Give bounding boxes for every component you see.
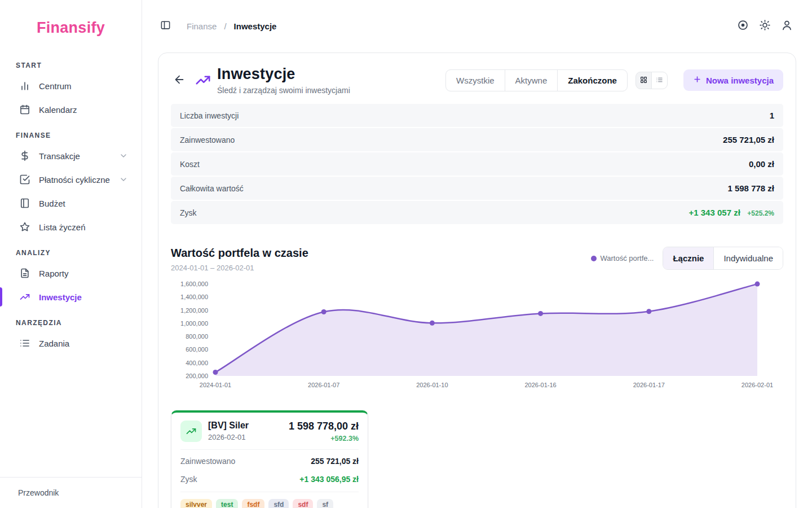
- mode-lacznie[interactable]: Łącznie: [663, 247, 713, 269]
- stat-row-zysk: Zysk +1 343 057 zł +525.2%: [171, 201, 783, 224]
- stat-label: Zysk: [180, 208, 197, 217]
- grid-view-button[interactable]: [636, 72, 652, 89]
- list-view-button[interactable]: [651, 72, 668, 89]
- chevron-down-icon: [119, 175, 128, 184]
- sidebar: Finansify START Centrum Kalendarz FINANS…: [0, 0, 142, 508]
- main-area: Finanse / Inwestycje: [142, 0, 812, 508]
- target-icon: [737, 19, 749, 33]
- account-button[interactable]: [779, 17, 795, 35]
- status-filter: Wszystkie Aktywne Zakończone: [445, 69, 628, 91]
- section-title-finanse: FINANSE: [0, 121, 142, 144]
- filter-aktywne[interactable]: Aktywne: [505, 69, 558, 91]
- svg-text:800,000: 800,000: [186, 333, 208, 340]
- breadcrumb: Finanse / Inwestycje: [187, 21, 276, 31]
- section-title-start: START: [0, 51, 142, 74]
- chevron-down-icon: [119, 151, 128, 160]
- investment-row-zysk: Zysk +1 343 056,95 zł: [180, 470, 359, 488]
- summary-stats: Liczba inwestycji 1 Zainwestowano 255 72…: [171, 104, 783, 224]
- sidebar-item-inwestycje[interactable]: Inwestycje: [0, 285, 142, 309]
- chart-mode-toggle: Łącznie Indywidualne: [663, 247, 783, 270]
- investment-change-percent: +592.3%: [289, 435, 359, 443]
- svg-text:2026-01-17: 2026-01-17: [633, 382, 665, 388]
- list-icon: [656, 76, 663, 85]
- app-logo: Finansify: [0, 0, 142, 51]
- svg-text:200,000: 200,000: [186, 373, 208, 379]
- breadcrumb-parent[interactable]: Finanse: [187, 21, 217, 31]
- svg-text:1,400,000: 1,400,000: [180, 294, 208, 300]
- sidebar-item-platnosci-cykliczne[interactable]: Płatności cykliczne: [0, 168, 142, 191]
- focus-mode-button[interactable]: [735, 17, 751, 35]
- investment-row-value: +1 343 056,95 zł: [299, 475, 359, 484]
- svg-text:2026-02-01: 2026-02-01: [742, 382, 773, 388]
- investment-date: 2026-02-01: [208, 433, 249, 441]
- section-title-narzedzia: NARZĘDZIA: [0, 309, 142, 331]
- sidebar-item-transakcje[interactable]: Transakcje: [0, 144, 142, 168]
- page-header: Inwestycje Śledź i zarządzaj swoimi inwe…: [171, 65, 783, 95]
- investment-tag[interactable]: sfd: [268, 499, 289, 508]
- filter-zakonczone[interactable]: Zakończone: [557, 69, 628, 91]
- stat-value: 1: [770, 111, 774, 120]
- chart-date-range: 2024-01-01 – 2026-02-01: [171, 264, 308, 272]
- sidebar-item-zadania[interactable]: Zadania: [0, 331, 142, 355]
- check-square-icon: [19, 174, 30, 185]
- sidebar-item-kalendarz[interactable]: Kalendarz: [0, 98, 142, 121]
- section-title-analizy: ANALIZY: [0, 239, 142, 261]
- investment-card[interactable]: [BV] Siler 2026-02-01 1 598 778,00 zł +5…: [171, 410, 368, 508]
- investment-tag[interactable]: test: [216, 499, 238, 508]
- tasks-icon: [19, 338, 30, 349]
- app-root: Finansify START Centrum Kalendarz FINANS…: [0, 0, 812, 508]
- stat-label: Liczba inwestycji: [180, 111, 239, 120]
- plus-icon: [693, 75, 701, 85]
- investment-tag[interactable]: fsdf: [242, 499, 264, 508]
- stat-value: 0,00 zł: [749, 159, 774, 169]
- portfolio-value-chart[interactable]: 200,000400,000600,000800,0001,000,0001,2…: [171, 279, 783, 392]
- sidebar-guide-link[interactable]: Przewodnik: [0, 477, 142, 508]
- new-investment-button[interactable]: Nowa inwestycja: [683, 69, 783, 91]
- investment-tag[interactable]: silvver: [180, 499, 212, 508]
- stat-label: Koszt: [180, 160, 200, 169]
- investment-value: 1 598 778,00 zł: [289, 421, 359, 432]
- topbar: Finanse / Inwestycje: [142, 0, 812, 52]
- investment-details: Zainwestowano 255 721,05 zł Zysk +1 343 …: [180, 449, 359, 488]
- stat-row-liczba: Liczba inwestycji 1: [171, 104, 783, 127]
- sidebar-item-centrum[interactable]: Centrum: [0, 74, 142, 98]
- sidebar-item-label: Centrum: [39, 81, 72, 91]
- stat-label: Zainwestowano: [180, 135, 235, 144]
- svg-text:2026-01-16: 2026-01-16: [524, 382, 556, 388]
- grid-icon: [640, 76, 647, 85]
- guide-label: Przewodnik: [18, 488, 59, 497]
- svg-text:2024-01-01: 2024-01-01: [200, 382, 231, 388]
- stat-percent: +525.2%: [747, 209, 774, 217]
- back-button[interactable]: [171, 71, 188, 90]
- investment-name: [BV] Siler: [208, 421, 249, 431]
- sidebar-item-label: Raporty: [39, 269, 69, 278]
- chart-title: Wartość portfela w czasie: [171, 247, 308, 260]
- stat-label: Całkowita wartość: [180, 184, 244, 193]
- trending-up-icon: [195, 72, 211, 89]
- investment-identity: [BV] Siler 2026-02-01: [208, 421, 249, 441]
- legend-swatch: [591, 256, 597, 261]
- investment-tag[interactable]: sdf: [293, 499, 313, 508]
- svg-text:2026-01-10: 2026-01-10: [416, 382, 448, 388]
- new-investment-label: Nowa inwestycja: [706, 76, 774, 85]
- sidebar-toggle-button[interactable]: [158, 17, 173, 34]
- chart-controls: Wartość portfe... Łącznie Indywidualne: [591, 247, 783, 270]
- investment-row-label: Zainwestowano: [180, 457, 235, 466]
- sidebar-item-lista-zyczen[interactable]: Lista życzeń: [0, 215, 142, 239]
- investment-tag[interactable]: sf: [317, 499, 333, 508]
- filter-wszystkie[interactable]: Wszystkie: [445, 69, 505, 91]
- page-title: Inwestycje: [217, 65, 350, 83]
- sidebar-item-budzet[interactable]: Budżet: [0, 191, 142, 215]
- svg-text:1,000,000: 1,000,000: [180, 320, 208, 327]
- stat-row-zainwestowano: Zainwestowano 255 721,05 zł: [171, 128, 783, 151]
- mode-indywidualne[interactable]: Indywidualne: [713, 247, 783, 269]
- portfolio-chart-section: Wartość portfela w czasie 2024-01-01 – 2…: [171, 247, 783, 392]
- theme-toggle-button[interactable]: [757, 17, 773, 35]
- stat-value: 1 598 778 zł: [727, 183, 774, 193]
- trending-up-icon: [180, 421, 202, 442]
- sidebar-item-label: Transakcje: [39, 151, 80, 161]
- investment-card-header: [BV] Siler 2026-02-01 1 598 778,00 zł +5…: [180, 421, 359, 443]
- sidebar-item-raporty[interactable]: Raporty: [0, 261, 142, 285]
- star-icon: [19, 221, 30, 233]
- investment-valuation: 1 598 778,00 zł +592.3%: [289, 421, 359, 443]
